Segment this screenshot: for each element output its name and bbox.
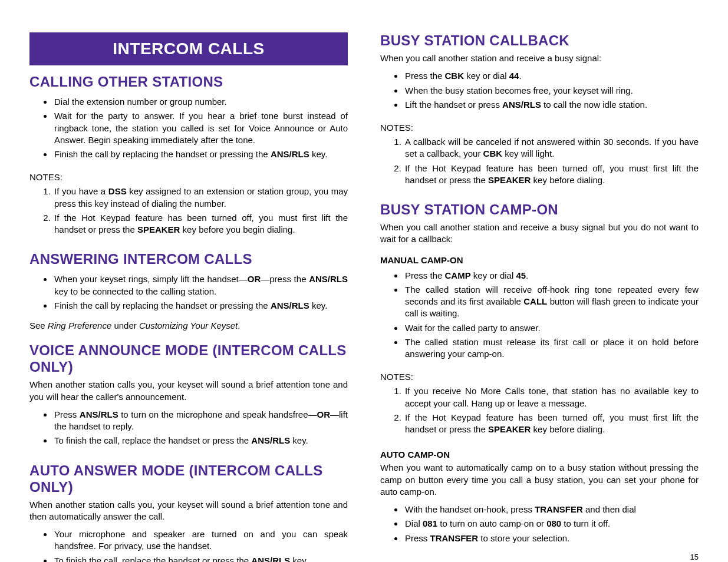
notes-label: NOTES:: [29, 172, 348, 182]
banner-title: INTERCOM CALLS: [29, 32, 348, 65]
heading-answering-intercom: ANSWERING INTERCOM CALLS: [29, 251, 348, 267]
list-item: Lift the handset or press ANS/RLS to cal…: [404, 99, 699, 111]
list-item: Wait for the party to answer. If you hea…: [53, 110, 348, 146]
subheading-manual-campon: MANUAL CAMP-ON: [380, 255, 699, 265]
list-item: When your keyset rings, simply lift the …: [53, 273, 348, 297]
list-item: Finish the call by replacing the handset…: [53, 300, 348, 312]
list-item: To finish the call, replace the handset …: [53, 555, 348, 563]
list-item: Press TRANSFER to store your selection.: [404, 533, 699, 544]
list-voice-announce: Press ANS/RLS to turn on the microphone …: [29, 409, 348, 449]
list-item: Finish the call by replacing the handset…: [53, 148, 348, 160]
list-auto-campon: With the handset on-hook, press TRANSFER…: [380, 504, 699, 547]
list-manual-campon: Press the CAMP key or dial 45. The calle…: [380, 270, 699, 363]
list-item: A callback will be canceled if not answe…: [404, 136, 699, 160]
list-item: Dial 081 to turn on auto camp-on or 080 …: [404, 518, 699, 530]
heading-busy-callback: BUSY STATION CALLBACK: [380, 32, 699, 49]
list-item: To finish the call, replace the handset …: [53, 435, 348, 447]
paragraph: When you want to automatically camp on t…: [380, 462, 699, 498]
paragraph: When you call another station and receiv…: [380, 222, 699, 246]
list-item: Press the CBK key or dial 44.: [404, 70, 699, 82]
notes-label: NOTES:: [380, 372, 699, 382]
list-item: The called station will receive off-hook…: [404, 284, 699, 320]
list-auto-answer: Your microphone and speaker are turned o…: [29, 528, 348, 562]
ref-text: See Ring Preference under Customizing Yo…: [29, 320, 348, 332]
list-item: If you have a DSS key assigned to an ext…: [53, 186, 348, 210]
list-item: Press ANS/RLS to turn on the microphone …: [53, 409, 348, 433]
list-busy-callback: Press the CBK key or dial 44. When the b…: [380, 70, 699, 113]
paragraph: When another station calls you, your key…: [29, 499, 348, 523]
list-item: If the Hot Keypad feature has been turne…: [404, 412, 699, 436]
paragraph: When another station calls you, your key…: [29, 379, 348, 403]
subheading-auto-campon: AUTO CAMP-ON: [380, 449, 699, 459]
list-item: Wait for the called party to answer.: [404, 322, 699, 334]
list-item: Your microphone and speaker are turned o…: [53, 528, 348, 553]
list-calling-other: Dial the extension number or group numbe…: [29, 96, 348, 163]
left-column: INTERCOM CALLS CALLING OTHER STATIONS Di…: [29, 32, 348, 544]
heading-busy-campon: BUSY STATION CAMP-ON: [380, 201, 699, 218]
list-answering: When your keyset rings, simply lift the …: [29, 273, 348, 314]
list-item: Dial the extension number or group numbe…: [53, 96, 348, 108]
right-column: BUSY STATION CALLBACK When you call anot…: [380, 32, 699, 544]
notes-label: NOTES:: [380, 123, 699, 133]
paragraph: When you call another station and receiv…: [380, 52, 699, 64]
page-number-right: 15: [380, 553, 699, 561]
heading-auto-answer: AUTO ANSWER MODE (INTERCOM CALLS ONLY): [29, 462, 348, 495]
notes-list: A callback will be canceled if not answe…: [380, 136, 699, 189]
list-item: Press the CAMP key or dial 45.: [404, 270, 699, 282]
list-item: When the busy station becomes free, your…: [404, 85, 699, 97]
list-item: If the Hot Keypad feature has been turne…: [404, 163, 699, 187]
list-item: With the handset on-hook, press TRANSFER…: [404, 504, 699, 515]
list-item: The called station must release its firs…: [404, 336, 699, 361]
list-item: If the Hot Keypad feature has been turne…: [53, 212, 348, 236]
list-item: If you receive No More Calls tone, that …: [404, 385, 699, 409]
heading-voice-announce: VOICE ANNOUNCE MODE (INTERCOM CALLS ONLY…: [29, 342, 348, 375]
heading-calling-other-stations: CALLING OTHER STATIONS: [29, 74, 348, 90]
notes-list: If you receive No More Calls tone, that …: [380, 385, 699, 438]
notes-list: If you have a DSS key assigned to an ext…: [29, 186, 348, 238]
